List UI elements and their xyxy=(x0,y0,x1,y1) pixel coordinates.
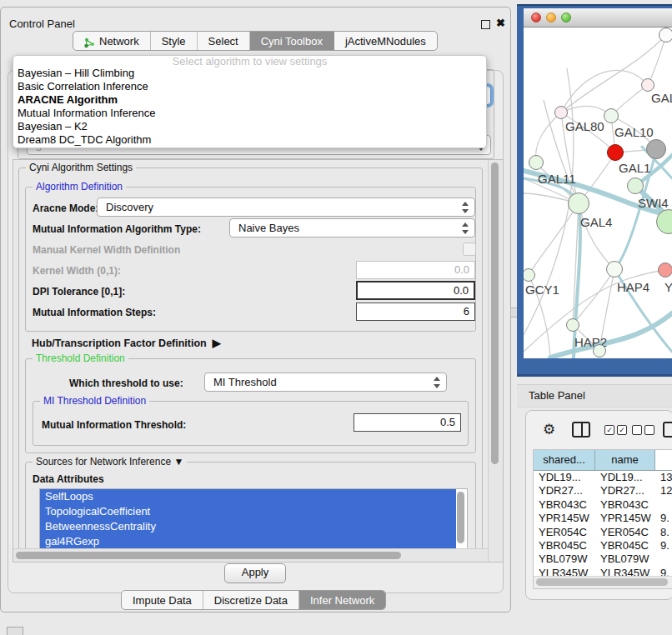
table-cell: YBR043C xyxy=(595,498,655,512)
table-row[interactable]: YER054CYER054C8. xyxy=(534,526,672,539)
node-gal1[interactable] xyxy=(607,144,624,161)
which-threshold-combobox[interactable]: MI Threshold xyxy=(204,372,447,392)
dropdown-item-basic-correlation-inference[interactable]: Basic Correlation Inference xyxy=(13,80,486,93)
network-view-window: GAL2GAL80GAL10GAL1GAL11SWI4GAL4HAP4YGCY1… xyxy=(517,4,672,377)
settings-vscroll-thumb[interactable] xyxy=(491,162,499,464)
close-icon[interactable]: ✖ xyxy=(496,17,505,29)
node-hap4[interactable] xyxy=(606,261,623,278)
settings-vertical-scrollbar[interactable] xyxy=(488,160,502,562)
aracne-mode-combobox[interactable]: Discovery xyxy=(97,198,475,217)
table-horizontal-scrollbar[interactable] xyxy=(534,576,672,588)
settings-horizontal-scrollbar[interactable] xyxy=(13,548,488,562)
node-gal10[interactable] xyxy=(604,108,619,123)
column-header-shared[interactable]: shared... xyxy=(534,450,595,470)
table-row[interactable]: YBL079WYBL079W xyxy=(534,552,672,566)
node-label: SWI4 xyxy=(638,196,669,210)
settings-hscroll-thumb[interactable] xyxy=(16,552,401,559)
screenshot-root: { "window": { "title": "Control Panel" }… xyxy=(0,0,672,635)
kernel-width-field[interactable]: 0.0 xyxy=(356,261,475,279)
tab-jactivemnodules[interactable]: jActiveMNodules xyxy=(334,32,437,50)
mi-threshold-field[interactable]: 0.5 xyxy=(354,413,461,432)
node-y[interactable] xyxy=(658,262,672,278)
minimized-panel-icon[interactable] xyxy=(7,627,23,635)
node-gal80[interactable] xyxy=(554,106,568,119)
node-label: GCY1 xyxy=(525,282,559,297)
mi-steps-field[interactable]: 6 xyxy=(356,302,475,321)
list-vertical-scrollbar[interactable] xyxy=(456,490,466,548)
data-attributes-list[interactable]: SelfLoopsTopologicalCoefficientBetweenne… xyxy=(39,488,468,549)
mi-type-combobox[interactable]: Naive Bayes xyxy=(229,218,475,238)
tab-select[interactable]: Select xyxy=(198,32,250,50)
tab-cyni-toolbox[interactable]: Cyni Toolbox xyxy=(250,32,334,50)
zoom-traffic-light-icon[interactable] xyxy=(561,12,571,22)
table-cell: 9. xyxy=(655,512,672,525)
sources-group-title[interactable]: Sources for Network Inference ▼ xyxy=(33,456,187,468)
table-header-row: shared...nameA xyxy=(534,450,672,471)
apply-button[interactable]: Apply xyxy=(224,563,286,583)
unchecked-box-icon xyxy=(632,425,642,435)
tab-label: Discretize Data xyxy=(214,592,288,609)
kernel-width-label: Kernel Width (0,1): xyxy=(33,265,121,277)
which-threshold-label: Which threshold to use: xyxy=(69,378,183,389)
column-header-name[interactable]: name xyxy=(595,450,655,470)
cyni-settings-group-title: Cyni Algorithm Settings xyxy=(26,162,136,173)
tab-style[interactable]: Style xyxy=(151,32,198,50)
table-row[interactable]: YBR043CYBR043C xyxy=(534,498,672,512)
node[interactable] xyxy=(593,344,606,358)
attribute-item-gal4rgexp[interactable]: gal4RGexp xyxy=(40,534,456,549)
node-gal2[interactable] xyxy=(641,78,654,92)
dropdown-item-mutual-information-inference[interactable]: Mutual Information Inference xyxy=(13,107,486,120)
close-traffic-light-icon[interactable] xyxy=(531,12,541,22)
node[interactable] xyxy=(659,28,672,42)
split-columns-icon[interactable] xyxy=(572,422,590,438)
network-canvas[interactable]: GAL2GAL80GAL10GAL1GAL11SWI4GAL4HAP4YGCY1… xyxy=(524,28,672,358)
dpi-tolerance-field[interactable]: 0.0 xyxy=(356,281,475,300)
table-cell: 8. xyxy=(655,526,672,539)
table-cell: YDL19... xyxy=(534,471,595,484)
checked-box-icon: ✓ xyxy=(604,425,614,435)
table-row[interactable]: YPR145WYPR145W9. xyxy=(534,512,672,525)
manual-kernel-checkbox[interactable] xyxy=(463,242,476,256)
table-cell: 9. xyxy=(655,539,672,552)
tab-infer-network[interactable]: Infer Network xyxy=(299,591,385,609)
new-table-icon[interactable] xyxy=(663,422,672,438)
table-hscroll-thumb[interactable] xyxy=(536,578,668,586)
control-panel-title: Control Panel xyxy=(9,18,75,30)
dropdown-item-bayesian-k2[interactable]: Bayesian – K2 xyxy=(13,120,486,133)
tab-label: Impute Data xyxy=(133,592,192,609)
table-cell: YER054C xyxy=(595,526,655,539)
node-hap2[interactable] xyxy=(566,318,579,332)
deselect-all-columns-icon[interactable] xyxy=(632,425,654,435)
table-cell: YDR27... xyxy=(534,484,595,498)
tab-network[interactable]: Network xyxy=(73,32,151,50)
node-gal4[interactable] xyxy=(568,192,589,214)
control-panel-tab-bar: NetworkStyleSelectCyni ToolboxjActiveMNo… xyxy=(73,31,438,51)
tab-impute-data[interactable]: Impute Data xyxy=(122,591,203,609)
table-cell: 13 xyxy=(655,471,672,484)
mi-threshold-group: MI Threshold Definition Mutual Informati… xyxy=(33,401,469,446)
list-scrollbar-thumb[interactable] xyxy=(457,492,464,543)
float-window-icon[interactable] xyxy=(481,20,490,29)
select-all-columns-icon[interactable]: ✓ ✓ xyxy=(604,425,627,435)
node-swi4[interactable] xyxy=(627,178,644,194)
table-row[interactable]: YDL19...YDL19...13 xyxy=(534,471,672,484)
mi-type-label: Mutual Information Algorithm Type: xyxy=(33,223,201,235)
dropdown-item-aracne-algorithm[interactable]: ARACNE Algorithm xyxy=(13,93,486,107)
dpi-tolerance-label: DPI Tolerance [0,1]: xyxy=(33,286,125,298)
node-gal11[interactable] xyxy=(529,155,544,170)
minimize-traffic-light-icon[interactable] xyxy=(546,12,556,22)
node-label: GAL10 xyxy=(614,125,654,139)
table-row[interactable]: YDR27...YDR27...12 xyxy=(534,484,672,498)
attribute-item-topologicalcoefficient[interactable]: TopologicalCoefficient xyxy=(40,504,456,519)
table-cell: 12 xyxy=(655,484,672,498)
node[interactable] xyxy=(646,139,666,159)
tab-discretize-data[interactable]: Discretize Data xyxy=(203,591,299,609)
hub-definition-toggle[interactable]: Hub/Transcription Factor Definition ▶ xyxy=(32,337,221,349)
dropdown-item-bayesian-hill-climbing[interactable]: Bayesian – Hill Climbing xyxy=(13,67,486,80)
network-window-titlebar[interactable] xyxy=(524,8,672,28)
dropdown-item-dream8-dc-tdc-algorithm[interactable]: Dream8 DC_TDC Algorithm xyxy=(13,133,486,147)
gear-icon[interactable]: ⚙ xyxy=(543,422,555,437)
table-row[interactable]: YBR045CYBR045C9. xyxy=(534,539,672,552)
attribute-item-selfloops[interactable]: SelfLoops xyxy=(40,489,456,504)
attribute-item-betweennesscentrality[interactable]: BetweennessCentrality xyxy=(40,519,456,534)
